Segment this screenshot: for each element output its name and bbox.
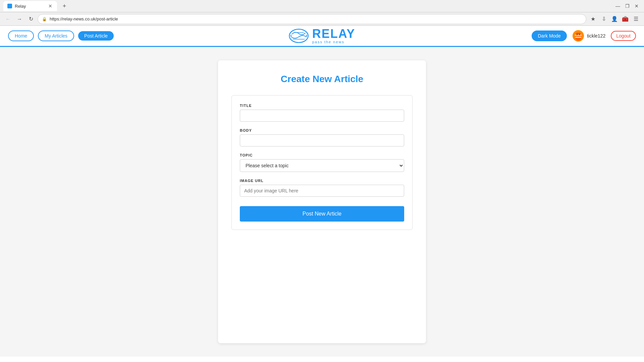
tab-title: Relay — [15, 4, 26, 9]
bookmark-button[interactable]: ★ — [588, 14, 598, 24]
nav-logo: RELAY pass the news — [289, 27, 356, 44]
tab-favicon — [7, 4, 12, 8]
svg-point-9 — [577, 34, 578, 35]
username: tickle122 — [587, 33, 605, 39]
form-title: Create New Article — [231, 74, 413, 84]
form-inner: TITLE BODY TOPIC Please select a topic T… — [231, 95, 413, 230]
topic-label: TOPIC — [240, 153, 404, 157]
nav-right: Dark Mode tickle122 Logout — [532, 30, 636, 42]
svg-point-0 — [289, 29, 308, 43]
title-label: TITLE — [240, 104, 404, 108]
form-card: Create New Article TITLE BODY TOPIC — [218, 60, 426, 343]
close-button[interactable]: ✕ — [633, 2, 641, 10]
address-bar[interactable] — [50, 16, 582, 21]
logo-text-container: RELAY pass the news — [312, 28, 356, 44]
body-input[interactable] — [240, 134, 404, 146]
dark-mode-button[interactable]: Dark Mode — [532, 31, 567, 41]
top-nav: Home My Articles Post Article RELAY pass… — [0, 26, 644, 47]
home-button[interactable]: Home — [8, 31, 34, 41]
user-info: tickle122 — [572, 30, 605, 42]
my-articles-button[interactable]: My Articles — [38, 31, 74, 41]
browser-tab[interactable]: Relay ✕ — [3, 1, 57, 11]
main-content: Create New Article TITLE BODY TOPIC — [0, 47, 644, 357]
forward-button[interactable]: → — [15, 14, 24, 24]
lock-icon: 🔒 — [42, 17, 47, 21]
extensions-button[interactable]: 🧰 — [621, 14, 630, 24]
topic-dropdown-wrapper: Please select a topic Technology Science… — [240, 159, 404, 172]
avatar — [572, 30, 584, 42]
window-controls: — ❐ ✕ — [614, 2, 641, 10]
title-input[interactable] — [240, 110, 404, 122]
browser-toolbar: ← → ↻ 🔒 ★ ⇩ 👤 🧰 ☰ — [0, 12, 644, 25]
logout-button[interactable]: Logout — [611, 31, 636, 41]
image-url-field-group: IMAGE URL — [240, 179, 404, 197]
back-button[interactable]: ← — [3, 14, 13, 24]
topic-select[interactable]: Please select a topic Technology Science… — [240, 159, 404, 172]
body-label: BODY — [240, 128, 404, 132]
title-field-group: TITLE — [240, 104, 404, 122]
submit-button[interactable]: Post New Article — [240, 206, 404, 222]
logo-icon — [289, 27, 309, 44]
profile-button[interactable]: 👤 — [610, 14, 619, 24]
new-tab-button[interactable]: + — [60, 1, 69, 11]
body-field-group: BODY — [240, 128, 404, 146]
browser-chrome: Relay ✕ + — ❐ ✕ ← → ↻ 🔒 ★ ⇩ 👤 🧰 ☰ — [0, 0, 644, 26]
menu-button[interactable]: ☰ — [631, 14, 641, 24]
address-bar-container: 🔒 — [38, 14, 586, 24]
nav-left: Home My Articles Post Article — [8, 31, 114, 41]
maximize-button[interactable]: ❐ — [623, 2, 631, 10]
tab-close-button[interactable]: ✕ — [48, 3, 53, 9]
logo-text: RELAY — [312, 28, 356, 40]
minimize-button[interactable]: — — [614, 2, 622, 10]
logo-tagline: pass the news — [312, 40, 344, 44]
topic-field-group: TOPIC Please select a topic Technology S… — [240, 153, 404, 172]
browser-actions: ★ ⇩ 👤 🧰 ☰ — [588, 14, 641, 24]
post-article-button[interactable]: Post Article — [78, 31, 114, 41]
svg-point-10 — [579, 34, 580, 35]
page-content: Home My Articles Post Article RELAY pass… — [0, 26, 644, 362]
image-url-input[interactable] — [240, 185, 404, 197]
image-url-label: IMAGE URL — [240, 179, 404, 183]
browser-titlebar: Relay ✕ + — ❐ ✕ — [0, 0, 644, 12]
reload-button[interactable]: ↻ — [26, 14, 36, 24]
download-button[interactable]: ⇩ — [599, 14, 608, 24]
